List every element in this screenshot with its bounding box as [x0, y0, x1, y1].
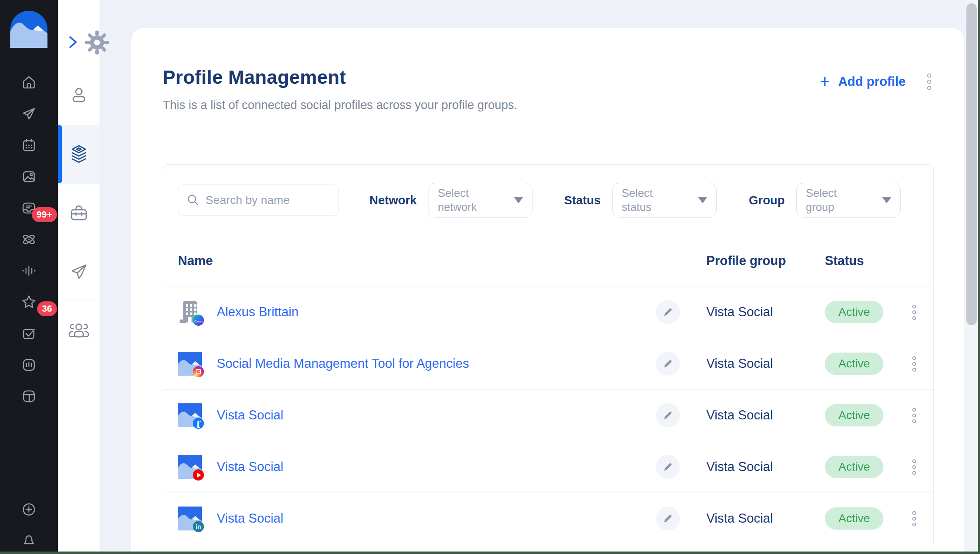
profile-name-link[interactable]: Vista Social	[217, 459, 283, 474]
subnav-item-toolbox[interactable]	[58, 183, 99, 242]
profile-group-value: Vista Social	[706, 305, 773, 319]
status-select[interactable]: Select status	[612, 183, 717, 218]
profile-group-value: Vista Social	[706, 408, 773, 422]
edit-profile-button[interactable]	[656, 455, 680, 479]
profile-avatar	[178, 403, 202, 427]
secondary-sidebar	[58, 0, 99, 554]
sidebar-item-voice[interactable]	[0, 255, 58, 286]
profile-table-body: Alexus Brittain Vista Social Active	[163, 286, 933, 544]
calendar-icon	[21, 137, 37, 153]
star-icon	[21, 294, 37, 310]
group-select-value: Select group	[806, 186, 859, 214]
row-menu-kebab-icon[interactable]	[910, 354, 918, 374]
profile-group-value: Vista Social	[706, 511, 773, 526]
screen-share-border-right	[978, 0, 980, 554]
network-filter-label: Network	[369, 194, 417, 207]
scrollbar-thumb[interactable]	[966, 3, 977, 325]
sidebar-item-add[interactable]	[0, 495, 58, 524]
network-badge-icon	[193, 366, 204, 377]
row-menu-kebab-icon[interactable]	[910, 405, 918, 426]
sidebar-item-reports[interactable]	[0, 349, 58, 381]
profile-name-link[interactable]: Social Media Management Tool for Agencie…	[217, 356, 469, 371]
profile-group-value: Vista Social	[706, 459, 773, 474]
screen-share-border-bottom	[0, 552, 980, 554]
sidebar-item-notifications[interactable]	[0, 524, 58, 554]
profile-name-link[interactable]: Vista Social	[217, 511, 283, 526]
report-icon	[21, 357, 37, 373]
status-select-value: Select status	[622, 186, 675, 214]
page-menu-kebab-icon[interactable]	[925, 71, 934, 92]
network-select[interactable]: Select network	[428, 183, 533, 218]
row-menu-kebab-icon[interactable]	[910, 509, 918, 529]
plus-circle-icon	[21, 502, 37, 517]
status-badge: Active	[825, 353, 883, 375]
search-icon	[187, 194, 200, 207]
add-profile-button[interactable]: + Add profile	[820, 74, 906, 89]
inbox-count-badge: 99+	[32, 207, 57, 222]
status-badge: Active	[825, 456, 883, 478]
status-badge: Active	[825, 507, 883, 530]
row-menu-kebab-icon[interactable]	[910, 302, 918, 322]
settings-gear-button[interactable]	[84, 30, 110, 55]
network-badge-icon	[193, 521, 204, 532]
sidebar-item-tasks[interactable]	[0, 318, 58, 349]
search-box[interactable]	[178, 185, 339, 216]
expand-sidebar-button[interactable]	[66, 33, 80, 51]
media-icon	[21, 169, 37, 185]
table-row: Vista Social Vista Social Active	[163, 441, 933, 492]
profile-avatar	[178, 352, 202, 376]
profile-name-link[interactable]: Vista Social	[217, 408, 283, 423]
network-badge-icon	[193, 418, 204, 429]
subnav-item-publishing[interactable]	[58, 242, 99, 301]
group-select[interactable]: Select group	[796, 183, 901, 218]
caret-down-icon	[514, 197, 523, 203]
bell-icon	[21, 531, 37, 547]
atom-icon	[21, 232, 37, 247]
status-filter-label: Status	[564, 194, 601, 207]
table-row: Vista Social Vista Social Active	[163, 492, 933, 544]
edit-profile-button[interactable]	[656, 352, 680, 376]
sidebar-item-inbox[interactable]: 99+	[0, 192, 58, 224]
sidebar-item-listening[interactable]	[0, 224, 58, 255]
vista-social-logo[interactable]	[10, 11, 47, 48]
profile-name-link[interactable]: Alexus Brittain	[217, 305, 298, 320]
subnav-item-team[interactable]	[58, 301, 99, 359]
add-profile-label: Add profile	[838, 74, 906, 89]
chevron-right-icon	[66, 33, 80, 51]
pencil-icon	[663, 307, 673, 317]
profile-avatar	[178, 300, 202, 324]
search-input[interactable]	[206, 194, 330, 207]
pencil-icon	[663, 358, 673, 369]
profile-group-value: Vista Social	[706, 356, 773, 371]
column-header-profile-group: Profile group	[691, 253, 809, 268]
sidebar-item-layout[interactable]	[0, 381, 58, 412]
pencil-icon	[663, 513, 673, 524]
sidebar-item-reviews[interactable]: 36	[0, 286, 58, 318]
subnav-item-profile[interactable]	[58, 66, 99, 125]
send-icon	[69, 262, 89, 282]
sidebar-item-calendar[interactable]	[0, 130, 58, 161]
subnav-item-profiles-connected[interactable]	[58, 125, 99, 183]
edit-profile-button[interactable]	[656, 300, 680, 324]
column-header-name: Name	[178, 253, 645, 268]
toolbox-icon	[69, 204, 89, 222]
layout-icon	[21, 388, 37, 404]
sidebar-item-media[interactable]	[0, 161, 58, 192]
tasks-icon	[21, 326, 37, 341]
row-menu-kebab-icon[interactable]	[910, 457, 918, 477]
pencil-icon	[663, 462, 673, 472]
pencil-icon	[663, 410, 673, 421]
profile-management-card: Profile Management This is a list of con…	[131, 28, 964, 554]
scrollbar-track[interactable]	[965, 0, 978, 554]
page-subtitle: This is a list of connected social profi…	[163, 98, 517, 112]
status-badge: Active	[825, 301, 883, 323]
edit-profile-button[interactable]	[656, 507, 680, 530]
sidebar-item-publish[interactable]	[0, 98, 58, 130]
active-indicator	[58, 125, 62, 183]
edit-profile-button[interactable]	[656, 403, 680, 427]
filters-row: Network Select network Status Select sta…	[163, 165, 933, 235]
people-icon	[68, 321, 90, 339]
sidebar-item-home[interactable]	[0, 67, 58, 98]
table-row: Social Media Management Tool for Agencie…	[163, 338, 933, 389]
group-filter-label: Group	[749, 194, 785, 207]
